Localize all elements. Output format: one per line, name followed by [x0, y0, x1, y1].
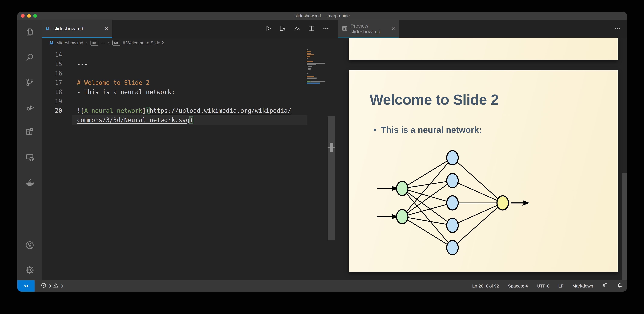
cursor-position-status[interactable]: Ln 20, Col 92 — [472, 284, 499, 289]
encoding-status[interactable]: UTF-8 — [537, 284, 550, 289]
line-number: 20 — [42, 106, 62, 115]
run-and-debug-icon[interactable] — [25, 102, 35, 112]
slide-1-partial — [349, 38, 618, 60]
code-line[interactable]: 16 — [42, 69, 338, 78]
window-controls — [21, 14, 37, 18]
explorer-icon[interactable] — [25, 27, 35, 37]
preview-group: Preview slideshow.md ✕ Welcome to Slide … — [338, 20, 627, 280]
editor-tab-strip: M↓ slideshow.md ✕ — [42, 20, 338, 38]
chevron-right-icon: › — [108, 40, 110, 46]
minimize-window-button[interactable] — [27, 14, 31, 18]
more-actions-icon[interactable] — [322, 25, 330, 33]
line-number: 16 — [42, 69, 62, 78]
slide-2: Welcome to Slide 2 This is a neural netw… — [349, 70, 618, 272]
editor-group: M↓ slideshow.md ✕ — [42, 20, 338, 280]
code-lines: 1415---1617# Welcome to Slide 218- This … — [42, 48, 338, 125]
warning-icon — [53, 282, 59, 290]
title-bar: slideshow.md — marp-guide — [17, 12, 627, 20]
editor-scrollbar[interactable] — [328, 116, 335, 240]
line-number — [42, 115, 62, 125]
minimap[interactable] — [306, 49, 329, 140]
warning-count: 0 — [61, 284, 63, 289]
feedback-icon[interactable] — [602, 282, 608, 290]
source-control-icon[interactable] — [25, 77, 35, 87]
indentation-status[interactable]: Spaces: 4 — [508, 284, 528, 289]
error-count: 0 — [48, 284, 51, 289]
remote-icon: >< — [24, 283, 28, 289]
eol-status[interactable]: LF — [558, 284, 564, 289]
code-line[interactable]: 20![A neural network](https://upload.wik… — [42, 106, 338, 115]
symbol-string-icon: abc — [90, 40, 98, 46]
search-icon[interactable] — [25, 52, 35, 62]
extensions-icon[interactable] — [25, 127, 35, 137]
breadcrumb-symbol[interactable]: --- — [101, 40, 105, 45]
tab-label: Preview slideshow.md — [350, 23, 389, 34]
language-mode-status[interactable]: Markdown — [572, 284, 593, 289]
run-icon[interactable] — [264, 25, 272, 33]
open-preview-side-icon[interactable] — [279, 25, 286, 33]
line-number: 17 — [42, 78, 62, 87]
code-editor[interactable]: 1415---1617# Welcome to Slide 218- This … — [42, 48, 338, 280]
line-number: 14 — [42, 50, 62, 59]
slide-bullet-item: This is a neural network: — [374, 125, 482, 135]
code-line[interactable]: 15--- — [42, 59, 338, 69]
bullet-dot — [374, 129, 376, 131]
sash-drag-handle[interactable] — [330, 143, 333, 152]
maximize-window-button[interactable] — [33, 14, 37, 18]
bullet-text: This is a neural network: — [381, 125, 482, 135]
close-tab-icon[interactable]: ✕ — [104, 26, 108, 32]
slide-title: Welcome to Slide 2 — [370, 91, 498, 108]
vscode-window: slideshow.md — marp-guide — [17, 12, 627, 292]
remote-explorer-icon[interactable] — [25, 152, 35, 162]
chevron-right-icon: › — [86, 40, 88, 46]
more-actions-icon[interactable] — [614, 20, 627, 38]
code-line[interactable]: 18- This is a neural network: — [42, 87, 338, 97]
code-line[interactable]: commons/3/3d/Neural_network.svg) — [42, 115, 338, 125]
window-title: slideshow.md — marp-guide — [294, 13, 350, 18]
breadcrumb-symbol[interactable]: # Welcome to Slide 2 — [122, 40, 164, 45]
accounts-icon[interactable] — [25, 240, 35, 250]
preview-icon — [342, 25, 348, 32]
active-tab-indicator — [42, 37, 112, 38]
breadcrumb: M↓ slideshow.md › abc --- › abc # Welcom… — [42, 38, 338, 48]
tab-preview-slideshow-md[interactable]: Preview slideshow.md ✕ — [338, 20, 399, 38]
editor-toolbar — [264, 20, 338, 38]
marp-icon[interactable] — [293, 25, 300, 33]
code-line[interactable]: 14 — [42, 50, 338, 59]
tab-label: slideshow.md — [54, 26, 83, 32]
code-line[interactable]: 19 — [42, 97, 338, 106]
activity-bar — [17, 20, 42, 280]
preview-tab-strip: Preview slideshow.md ✕ — [338, 20, 627, 38]
remote-indicator[interactable]: >< — [17, 280, 34, 292]
close-window-button[interactable] — [21, 14, 24, 18]
problems-status[interactable]: 0 0 — [40, 282, 63, 290]
code-line[interactable]: 17# Welcome to Slide 2 — [42, 78, 338, 87]
markdown-icon: M↓ — [46, 26, 51, 31]
line-number: 18 — [42, 87, 62, 97]
docker-icon[interactable] — [25, 177, 35, 187]
markdown-icon: M↓ — [50, 41, 54, 45]
neural-network-diagram — [376, 151, 530, 256]
line-number: 19 — [42, 97, 62, 106]
status-bar: >< 0 0 Ln 20, Col 92 Spaces: 4 UTF-8 LF … — [17, 280, 627, 292]
marp-preview[interactable]: Welcome to Slide 2 This is a neural netw… — [338, 38, 627, 280]
line-number: 15 — [42, 59, 62, 69]
notifications-bell-icon[interactable] — [617, 282, 623, 290]
tab-slideshow-md[interactable]: M↓ slideshow.md ✕ — [42, 20, 112, 38]
symbol-string-icon: abc — [112, 40, 120, 46]
breadcrumb-file[interactable]: slideshow.md — [57, 40, 83, 45]
close-tab-icon[interactable]: ✕ — [392, 26, 395, 32]
error-icon — [40, 282, 46, 290]
preview-scrollbar[interactable] — [622, 173, 627, 280]
split-editor-icon[interactable] — [308, 25, 315, 33]
settings-gear-icon[interactable] — [25, 265, 35, 275]
